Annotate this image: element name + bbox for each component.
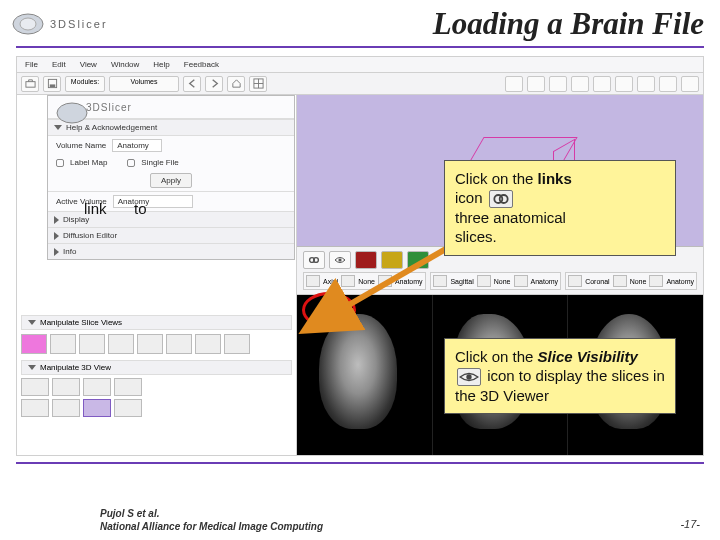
module-label: Modules: xyxy=(65,76,105,92)
tool-icon[interactable] xyxy=(593,76,611,92)
tool-icon[interactable] xyxy=(527,76,545,92)
labelmap-checkbox[interactable] xyxy=(56,159,64,167)
svg-point-15 xyxy=(466,375,471,380)
nav-fwd-icon[interactable] xyxy=(205,76,223,92)
module-select[interactable]: Volumes xyxy=(109,76,179,92)
view-preset[interactable] xyxy=(21,378,49,396)
menu-feedback[interactable]: Feedback xyxy=(184,60,219,69)
menu-file[interactable]: File xyxy=(25,60,38,69)
toolbar: Modules: Volumes xyxy=(17,73,703,95)
app-logo-icon xyxy=(54,99,76,115)
tool-icon[interactable] xyxy=(615,76,633,92)
slice-visibility-icon[interactable] xyxy=(329,251,351,269)
tool-icon[interactable] xyxy=(681,76,699,92)
slice-chip[interactable] xyxy=(79,334,105,354)
view-preset[interactable] xyxy=(21,399,49,417)
slice-panel-sagittal: SagittalNoneAnatomy xyxy=(430,272,561,290)
view-preset[interactable] xyxy=(52,399,80,417)
menu-window[interactable]: Window xyxy=(111,60,139,69)
callout-links: Click on the links icon three anatomical… xyxy=(444,160,676,256)
footer-rule xyxy=(16,462,704,464)
svg-point-8 xyxy=(57,103,87,123)
links-icon xyxy=(489,190,513,208)
volname-field[interactable]: Anatomy xyxy=(112,139,162,152)
partial-text: link xyxy=(84,200,107,217)
menubar: File Edit View Window Help Feedback xyxy=(17,57,703,73)
layout-icon[interactable] xyxy=(249,76,267,92)
active-vol-field[interactable]: Anatomy xyxy=(113,195,193,208)
save-icon[interactable] xyxy=(43,76,61,92)
left-panel: 3DSlicer Help & Acknowledgement Volume N… xyxy=(17,95,297,455)
view-preset[interactable] xyxy=(52,378,80,396)
view-preset[interactable] xyxy=(83,378,111,396)
callout-visibility: Click on the Slice Visibility icon to di… xyxy=(444,338,676,414)
tool-icon[interactable] xyxy=(659,76,677,92)
slice-chip[interactable] xyxy=(195,334,221,354)
tool-icon[interactable] xyxy=(505,76,523,92)
svg-point-1 xyxy=(20,18,36,30)
tool-icon[interactable] xyxy=(571,76,589,92)
sagittal-chip-icon[interactable] xyxy=(381,251,403,269)
load-icon[interactable] xyxy=(21,76,39,92)
title-rule xyxy=(16,46,704,48)
menu-view[interactable]: View xyxy=(80,60,97,69)
tool-icon[interactable] xyxy=(637,76,655,92)
tool-icon[interactable] xyxy=(549,76,567,92)
highlight-circle xyxy=(302,292,356,328)
slice-chip[interactable] xyxy=(166,334,192,354)
menu-edit[interactable]: Edit xyxy=(52,60,66,69)
view-preset[interactable] xyxy=(114,378,142,396)
view-preset-selected[interactable] xyxy=(83,399,111,417)
slice-panel-coronal: CoronalNoneAnatomy xyxy=(565,272,697,290)
axial-chip-icon[interactable] xyxy=(355,251,377,269)
section-diffusion[interactable]: Diffusion Editor xyxy=(48,228,294,243)
svg-point-11 xyxy=(338,258,341,261)
brand-label: 3DSlicer xyxy=(50,18,108,30)
slice-panel-axial: AxialNoneAnatomy xyxy=(303,272,426,290)
svg-rect-4 xyxy=(49,84,55,87)
slice-chip[interactable] xyxy=(21,334,47,354)
page-title: Loading a Brain File xyxy=(433,6,704,42)
slice-chip[interactable] xyxy=(137,334,163,354)
singlefile-checkbox[interactable] xyxy=(127,159,135,167)
footer-citation: Pujol S et al. xyxy=(100,508,700,519)
slice-chip[interactable] xyxy=(224,334,250,354)
nav-back-icon[interactable] xyxy=(183,76,201,92)
singlefile-label: Single File xyxy=(141,158,178,167)
footer-org: National Alliance for Medical Image Comp… xyxy=(100,521,700,532)
partial-text: to xyxy=(134,200,147,217)
menu-help[interactable]: Help xyxy=(153,60,169,69)
home-icon[interactable] xyxy=(227,76,245,92)
brand-label: 3DSlicer xyxy=(86,102,132,113)
section-info[interactable]: Info xyxy=(48,244,294,259)
section-3d-view[interactable]: Manipulate 3D View xyxy=(21,360,292,375)
slice-visibility-icon xyxy=(457,368,481,386)
svg-point-14 xyxy=(499,195,507,203)
slice-chip[interactable] xyxy=(108,334,134,354)
links-icon[interactable] xyxy=(303,251,325,269)
section-slice-views[interactable]: Manipulate Slice Views xyxy=(21,315,292,330)
page-number: -17- xyxy=(680,518,700,530)
slice-chip[interactable] xyxy=(50,334,76,354)
labelmap-label: Label Map xyxy=(70,158,107,167)
coronal-chip-icon[interactable] xyxy=(407,251,429,269)
volname-label: Volume Name xyxy=(56,141,106,150)
apply-button[interactable]: Apply xyxy=(150,173,192,188)
view-preset[interactable] xyxy=(114,399,142,417)
svg-rect-2 xyxy=(25,82,34,88)
app-logo-icon xyxy=(10,10,46,38)
